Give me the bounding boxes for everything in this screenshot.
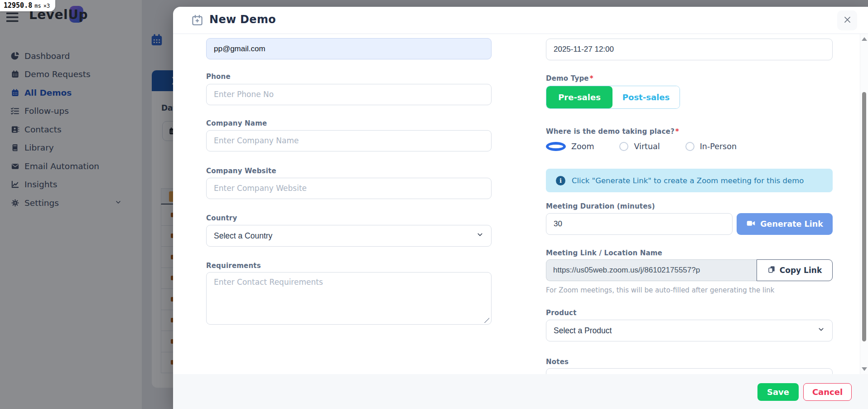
- info-banner-text: Click "Generate Link" to create a Zoom m…: [572, 176, 804, 185]
- generate-link-button[interactable]: Generate Link: [737, 213, 833, 235]
- demo-type-toggle: Pre-sales Post-sales: [546, 86, 680, 109]
- datetime-field[interactable]: [546, 39, 833, 60]
- perf-unit: ms: [34, 3, 41, 9]
- modal-footer: Save Cancel: [173, 374, 868, 409]
- scrollbar-thumb[interactable]: [862, 92, 866, 341]
- required-asterisk: *: [675, 127, 679, 136]
- modal-scrollbar[interactable]: [860, 34, 868, 374]
- scroll-down-arrow[interactable]: [862, 367, 867, 371]
- phone-label: Phone: [206, 73, 492, 81]
- perf-value: 12950.8: [4, 1, 32, 10]
- radio-option-in-person[interactable]: In-Person: [685, 142, 737, 151]
- demo-location-radios: Zoom Virtual In-Person: [546, 141, 833, 151]
- notes-field[interactable]: [546, 368, 833, 374]
- meeting-link-label: Meeting Link / Location Name: [546, 249, 833, 257]
- notes-label: Notes: [546, 358, 833, 366]
- scroll-up-arrow[interactable]: [862, 37, 867, 41]
- company-name-label: Company Name: [206, 119, 492, 127]
- company-website-label: Company Website: [206, 167, 492, 175]
- perf-multiplier: ×3: [43, 3, 50, 9]
- generate-link-label: Generate Link: [760, 219, 823, 229]
- country-select[interactable]: Select a Country: [206, 225, 492, 247]
- demo-type-label: Demo Type*: [546, 74, 833, 83]
- meeting-link-field[interactable]: [546, 259, 757, 281]
- form-left-column: Phone Company Name Company Website Count…: [206, 34, 492, 326]
- chevron-down-icon: [817, 326, 825, 336]
- product-select[interactable]: Select a Product: [546, 320, 833, 341]
- requirements-field[interactable]: [206, 272, 492, 325]
- cancel-button[interactable]: Cancel: [803, 383, 852, 401]
- chevron-down-icon: [476, 231, 484, 241]
- calendar-plus-icon: [191, 14, 203, 28]
- pre-sales-button[interactable]: Pre-sales: [546, 86, 612, 108]
- product-label: Product: [546, 309, 833, 317]
- phone-field[interactable]: [206, 84, 492, 105]
- close-icon: [843, 15, 852, 25]
- radio-selected-icon: [546, 142, 566, 151]
- save-button[interactable]: Save: [757, 383, 799, 401]
- radio-label: Zoom: [571, 142, 594, 151]
- requirements-label: Requirements: [206, 262, 492, 270]
- duration-field[interactable]: [546, 213, 733, 235]
- radio-option-virtual[interactable]: Virtual: [619, 142, 660, 151]
- meeting-link-help-text: For Zoom meetings, this will be auto-fil…: [546, 286, 833, 294]
- radio-label: In-Person: [700, 142, 737, 151]
- product-select-value: Select a Product: [554, 326, 612, 336]
- radio-unselected-icon: [685, 142, 694, 151]
- company-name-field[interactable]: [206, 130, 492, 151]
- info-icon: i: [556, 176, 565, 185]
- country-select-value: Select a Country: [214, 231, 272, 241]
- email-field[interactable]: [206, 38, 492, 59]
- copy-link-button[interactable]: Copy Link: [757, 259, 833, 281]
- required-asterisk: *: [590, 74, 593, 83]
- resize-handle-icon[interactable]: [484, 318, 489, 323]
- company-website-field[interactable]: [206, 178, 492, 199]
- post-sales-button[interactable]: Post-sales: [612, 86, 680, 108]
- duration-label: Meeting Duration (minutes): [546, 202, 833, 210]
- modal-title: New Demo: [209, 13, 276, 26]
- radio-label: Virtual: [634, 142, 660, 151]
- radio-option-zoom[interactable]: Zoom: [546, 142, 594, 151]
- new-demo-modal: New Demo Phone Company Name Company Webs…: [173, 7, 868, 409]
- radio-unselected-icon: [619, 142, 628, 151]
- video-camera-icon: [746, 219, 756, 230]
- demo-location-label: Where is the demo taking place?*: [546, 127, 833, 136]
- close-button[interactable]: [837, 10, 857, 30]
- copy-icon: [767, 265, 776, 275]
- country-label: Country: [206, 214, 492, 222]
- modal-body: Phone Company Name Company Website Count…: [173, 34, 868, 374]
- performance-badge: 12950.8ms×3: [0, 0, 55, 11]
- modal-header: New Demo: [173, 7, 868, 34]
- form-right-column: Demo Type* Pre-sales Post-sales Where is…: [546, 34, 833, 374]
- copy-link-label: Copy Link: [780, 266, 822, 275]
- info-banner: i Click "Generate Link" to create a Zoom…: [546, 169, 833, 192]
